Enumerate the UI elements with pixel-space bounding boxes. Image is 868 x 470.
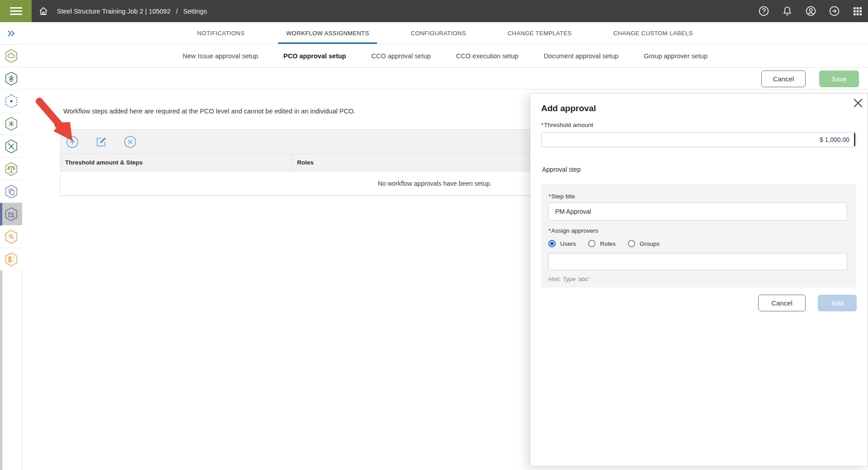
panel-cancel-button[interactable]: Cancel	[758, 295, 806, 311]
radio-users-label: Users	[560, 240, 576, 247]
notifications-icon[interactable]	[781, 5, 793, 17]
subtab-cco-execution-setup[interactable]: CCO execution setup	[456, 52, 519, 60]
approval-step-card: *Step title PM Approval *Assign approver…	[541, 184, 856, 287]
sidebar-item-documents-icon[interactable]	[0, 180, 22, 203]
approval-step-label: Approval step	[542, 166, 581, 173]
home-icon[interactable]	[35, 0, 52, 22]
sidebar-active-indicator	[0, 203, 2, 226]
breadcrumb-separator: /	[176, 8, 178, 15]
threshold-amount-input[interactable]: $ 1,000.00	[541, 132, 856, 147]
secondary-tab-bar: New Issue approval setup PCO approval se…	[22, 44, 868, 68]
subtab-group-approver-setup[interactable]: Group approver setup	[644, 52, 708, 60]
approver-type-radio-group: Users Roles Groups	[548, 240, 660, 247]
workflow-description: Workflow steps added here are required a…	[63, 108, 355, 115]
radio-circle-roles	[588, 240, 595, 247]
sidebar-item-scales-icon[interactable]	[0, 158, 22, 180]
account-icon[interactable]	[805, 5, 816, 17]
sidebar-item-crossed-tools-icon[interactable]	[0, 135, 22, 158]
panel-add-button[interactable]: Add	[818, 295, 857, 311]
help-icon[interactable]	[758, 5, 769, 17]
tab-change-custom-labels[interactable]: CHANGE CUSTOM LABELS	[613, 22, 693, 44]
hamburger-glyph	[10, 7, 22, 15]
radio-roles[interactable]: Roles	[588, 240, 616, 247]
threshold-amount-value: $ 1,000.00	[820, 136, 849, 143]
subtab-pco-approval-setup[interactable]: PCO approval setup	[283, 52, 346, 60]
breadcrumb: Steel Structure Training Job 2 | 105092 …	[57, 0, 207, 22]
subtab-new-issue-approval-setup[interactable]: New Issue approval setup	[183, 52, 258, 60]
primary-tab-bar: NOTIFICATIONS WORKFLOW ASSIGNMENTS CONFI…	[22, 22, 868, 44]
tab-workflow-assignments[interactable]: WORKFLOW ASSIGNMENTS	[286, 22, 369, 44]
sidebar-item-connections-icon[interactable]	[0, 67, 22, 90]
sidebar-item-rays-icon[interactable]	[0, 113, 22, 135]
delete-icon[interactable]	[124, 136, 137, 148]
menu-icon[interactable]	[0, 0, 32, 22]
tab-configurations[interactable]: CONFIGURATIONS	[410, 22, 466, 44]
expand-chevrons-icon[interactable]	[0, 22, 22, 45]
radio-circle-users	[548, 240, 556, 247]
cancel-button[interactable]: Cancel	[761, 70, 806, 87]
add-approval-panel: Add approval *Threshold amount $ 1,000.0…	[530, 93, 868, 466]
tab-change-templates[interactable]: CHANGE TEMPLATES	[508, 22, 572, 44]
assign-approvers-label: *Assign approvers	[548, 227, 599, 234]
sidebar-item-checklist-icon[interactable]	[0, 248, 22, 271]
step-title-label: *Step title	[548, 193, 575, 200]
subtab-cco-approval-setup[interactable]: CCO approval setup	[371, 52, 430, 60]
topbar-icon-group	[758, 0, 863, 22]
required-marker: *	[541, 122, 543, 128]
threshold-amount-label: *Threshold amount	[541, 122, 593, 128]
sidebar-item-hub-icon[interactable]	[0, 90, 22, 113]
step-title-value: PM Approval	[555, 208, 591, 215]
launch-icon[interactable]	[828, 5, 840, 17]
panel-title: Add approval	[541, 103, 596, 113]
radio-roles-label: Roles	[600, 240, 616, 247]
close-icon[interactable]	[850, 95, 866, 111]
page-action-band: Cancel Save	[22, 68, 868, 89]
step-title-input[interactable]: PM Approval	[548, 202, 847, 221]
approver-hint: Hint: Type 'abc'	[548, 276, 590, 282]
text-caret	[854, 133, 855, 146]
save-button[interactable]: Save	[819, 70, 859, 87]
add-icon[interactable]	[66, 136, 79, 148]
left-sidebar	[0, 22, 22, 470]
breadcrumb-page: Settings	[183, 8, 207, 15]
radio-circle-groups	[628, 240, 635, 247]
radio-groups[interactable]: Groups	[628, 240, 660, 247]
radio-users[interactable]: Users	[548, 240, 576, 247]
breadcrumb-project[interactable]: Steel Structure Training Job 2 | 105092	[57, 8, 170, 15]
column-header-threshold[interactable]: Threshold amount & Steps	[61, 154, 292, 171]
approver-search-input[interactable]	[548, 253, 847, 270]
radio-groups-label: Groups	[640, 240, 660, 247]
sidebar-item-design-tools-icon[interactable]	[0, 203, 22, 226]
sidebar-item-inspect-icon[interactable]	[0, 226, 22, 248]
tab-notifications[interactable]: NOTIFICATIONS	[197, 22, 245, 44]
sidebar-item-cloud-icon[interactable]	[0, 45, 22, 67]
top-bar: Steel Structure Training Job 2 | 105092 …	[0, 0, 868, 22]
app-grid-icon[interactable]	[852, 5, 863, 17]
subtab-document-approval-setup[interactable]: Document approval setup	[544, 52, 618, 60]
edit-icon[interactable]	[95, 136, 108, 148]
